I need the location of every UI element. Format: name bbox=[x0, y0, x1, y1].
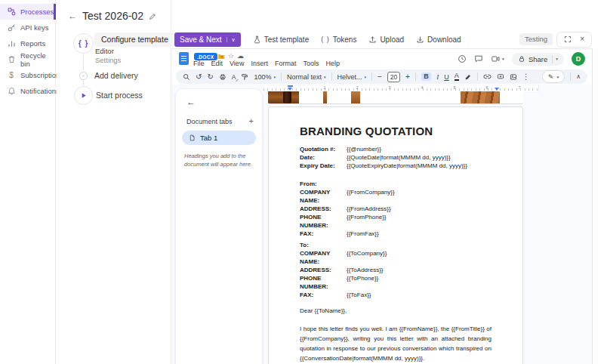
step-start-process[interactable]: Start process bbox=[96, 91, 143, 100]
add-comment-icon[interactable] bbox=[497, 73, 504, 81]
sidebar-item-label: Notifications bbox=[20, 87, 60, 95]
search-menus-icon[interactable] bbox=[183, 73, 190, 81]
zoom-select[interactable]: 100% ▾ bbox=[254, 73, 276, 81]
to-row: PHONE NUMBER:{{ToPhone}} bbox=[300, 274, 492, 291]
more-options-icon[interactable]: ⋮ bbox=[522, 73, 530, 81]
print-icon[interactable] bbox=[219, 73, 226, 81]
collapse-tabs-icon[interactable]: ← bbox=[186, 97, 256, 107]
video-call-button[interactable]: ▾ bbox=[491, 54, 504, 63]
document-page[interactable]: BRANDING QUOTATION Quotation #:{{@number… bbox=[268, 106, 523, 364]
zoom-value: 100% bbox=[254, 73, 271, 81]
font-select[interactable]: Helvet... ▾ bbox=[337, 73, 367, 81]
edit-title-icon[interactable] bbox=[149, 13, 156, 20]
ruler-number: 1 bbox=[323, 85, 325, 90]
comments-icon[interactable] bbox=[474, 54, 483, 63]
to-row: COMPANY NAME:{{ToCompany}} bbox=[300, 249, 492, 266]
docs-header: .DOCX ☆ ☁ File Edit View Insert Format T… bbox=[171, 49, 592, 69]
chevron-down-icon[interactable]: ▾ bbox=[556, 57, 558, 61]
close-icon[interactable]: × bbox=[580, 35, 584, 43]
sidebar-item-api-keys[interactable]: API keys bbox=[0, 20, 55, 35]
sidebar-item-reports[interactable]: Reports bbox=[0, 35, 55, 51]
indent-marker[interactable] bbox=[288, 88, 292, 91]
ruler-number: 4 bbox=[421, 85, 423, 90]
template-action-bar: Save & Next ∨ Test template ( ) Tokens U… bbox=[171, 30, 604, 48]
back-arrow-icon[interactable]: ← bbox=[68, 11, 77, 21]
processes-icon bbox=[7, 8, 16, 17]
menu-insert[interactable]: Insert bbox=[251, 60, 268, 67]
sidebar-item-subscription[interactable]: $ Subscription bbox=[0, 67, 55, 83]
test-template-button[interactable]: Test template bbox=[253, 35, 309, 44]
bold-button[interactable]: B bbox=[421, 72, 432, 81]
user-avatar[interactable]: D bbox=[572, 52, 585, 66]
reports-icon bbox=[7, 39, 16, 48]
wood-image-fragment bbox=[323, 91, 327, 103]
chevron-down-icon[interactable]: ∨ bbox=[226, 37, 236, 42]
menu-format[interactable]: Format bbox=[275, 60, 297, 67]
ruler-number: 6 bbox=[485, 85, 488, 90]
increase-font-icon[interactable]: + bbox=[405, 73, 410, 81]
upload-label: Upload bbox=[380, 35, 404, 44]
dollar-icon: $ bbox=[7, 71, 16, 80]
docs-editor-embed: .DOCX ☆ ☁ File Edit View Insert Format T… bbox=[171, 48, 593, 364]
to-row: FAX:{{ToFax}} bbox=[300, 291, 492, 299]
download-button[interactable]: Download bbox=[416, 35, 461, 44]
step-sub-settings[interactable]: Settings bbox=[95, 56, 121, 64]
menu-edit[interactable]: Edit bbox=[211, 60, 223, 67]
text-color-button[interactable]: A bbox=[455, 72, 459, 81]
sidebar-item-recycle-bin[interactable]: Recycle bin bbox=[0, 51, 55, 67]
to-heading: To: bbox=[300, 241, 492, 249]
from-row: FAX:{{FromFax}} bbox=[300, 230, 492, 238]
menu-view[interactable]: View bbox=[230, 60, 244, 67]
version-history-icon[interactable] bbox=[458, 54, 467, 63]
upload-button[interactable]: Upload bbox=[368, 35, 404, 44]
tokens-button[interactable]: ( ) Tokens bbox=[321, 35, 356, 44]
main-sidebar: Processes API keys Reports Recycle bin $… bbox=[0, 0, 56, 364]
fullscreen-icon[interactable] bbox=[564, 35, 572, 43]
highlight-color-icon[interactable] bbox=[464, 73, 472, 81]
spellcheck-icon[interactable]: A✓ bbox=[232, 73, 236, 81]
paragraph-style-select[interactable]: Normal text ▾ bbox=[287, 73, 326, 81]
save-next-label: Save & Next bbox=[180, 35, 226, 44]
save-next-button[interactable]: Save & Next ∨ bbox=[174, 32, 241, 47]
star-icon[interactable]: ☆ bbox=[228, 52, 234, 60]
tab-1[interactable]: Tab 1 bbox=[182, 131, 256, 145]
italic-button[interactable]: I bbox=[436, 73, 439, 81]
redo-icon[interactable]: ↻ bbox=[207, 73, 213, 81]
hide-menus-icon[interactable]: ∧ bbox=[576, 73, 581, 80]
step-configure-template-icon[interactable]: { } bbox=[73, 33, 94, 54]
share-button[interactable]: Share ▾ bbox=[512, 53, 564, 66]
underline-button[interactable]: U bbox=[444, 73, 449, 81]
step-configure-template[interactable]: Configure template bbox=[94, 32, 175, 47]
trash-icon bbox=[7, 55, 16, 64]
test-template-label: Test template bbox=[264, 35, 309, 44]
menu-file[interactable]: File bbox=[193, 60, 205, 67]
font-size-input[interactable]: 20 bbox=[387, 72, 400, 82]
step-sub-editor[interactable]: Editor bbox=[95, 47, 114, 55]
tabs-helper-text: Headings you add to the document will ap… bbox=[184, 152, 254, 169]
previous-page-image-strip bbox=[268, 91, 523, 104]
sidebar-item-label: Processes bbox=[20, 8, 54, 16]
docs-toolbar: ↺ ↻ A✓ 100% ▾ Normal text ▾ Helvet... ▾ bbox=[176, 69, 587, 84]
lock-icon bbox=[518, 55, 525, 63]
step-start-process-icon[interactable] bbox=[74, 86, 93, 105]
right-indent-marker[interactable] bbox=[495, 88, 499, 91]
step-add-delivery[interactable]: Add delivery bbox=[94, 71, 138, 80]
editing-mode-button[interactable]: ✎ ▾ bbox=[542, 70, 565, 83]
menu-tools[interactable]: Tools bbox=[303, 60, 319, 67]
sidebar-item-processes[interactable]: Processes bbox=[0, 4, 55, 20]
add-tab-icon[interactable]: + bbox=[249, 117, 254, 125]
paint-format-icon[interactable] bbox=[241, 73, 248, 81]
stepper: { } Configure template Editor Settings A… bbox=[57, 30, 171, 364]
download-icon bbox=[416, 35, 424, 44]
horizontal-ruler[interactable]: 1 2 3 4 5 6 7 bbox=[263, 85, 539, 91]
step-add-delivery-dot[interactable] bbox=[79, 72, 88, 80]
document-tabs-panel: ← Document tabs + Tab 1 Headings you add… bbox=[176, 89, 262, 364]
menu-help[interactable]: Help bbox=[325, 60, 340, 67]
decrease-font-icon[interactable]: − bbox=[378, 73, 382, 81]
cloud-status-icon[interactable]: ☁ bbox=[237, 52, 244, 60]
indent-marker[interactable] bbox=[288, 85, 293, 87]
undo-icon[interactable]: ↺ bbox=[196, 73, 202, 81]
insert-image-icon[interactable] bbox=[510, 73, 517, 81]
insert-link-icon[interactable] bbox=[483, 72, 492, 81]
sidebar-item-notifications[interactable]: Notifications bbox=[0, 83, 55, 99]
